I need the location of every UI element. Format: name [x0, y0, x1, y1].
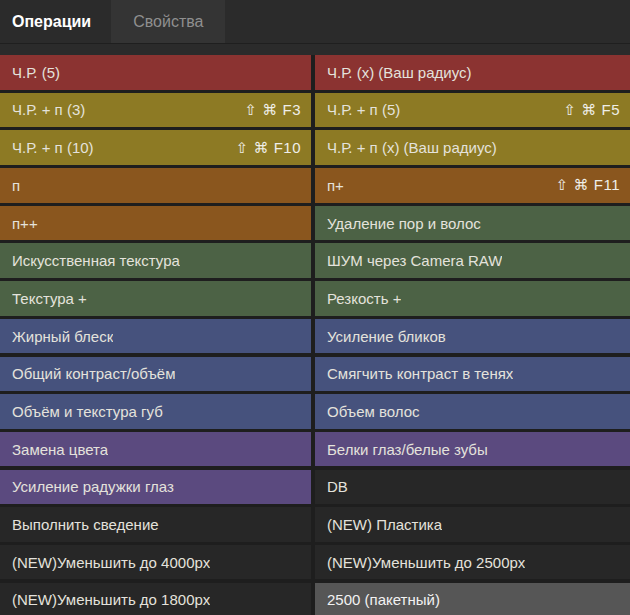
action-button[interactable]: Объем волос: [315, 394, 630, 429]
action-label: п+: [327, 177, 344, 194]
action-label: Текстура +: [12, 290, 87, 307]
tab-properties[interactable]: Свойства: [111, 0, 225, 43]
action-button[interactable]: Усиление бликов: [315, 319, 630, 354]
action-button[interactable]: Искусственная текстура: [0, 243, 311, 278]
action-label: Белки глаз/белые зубы: [327, 441, 488, 458]
action-label: Объём и текстура губ: [12, 403, 163, 420]
shortcut-label: ⇧ ⌘ F11: [556, 176, 620, 194]
action-button[interactable]: (NEW) Пластика: [315, 507, 630, 542]
action-label: Выполнить сведение: [12, 516, 159, 533]
action-label: Замена цвета: [12, 441, 108, 458]
action-button[interactable]: Ч.Р. + п (3)⇧ ⌘ F3: [0, 93, 311, 128]
action-label: Искусственная текстура: [12, 252, 180, 269]
action-button[interactable]: Текстура +: [0, 281, 311, 316]
action-label: Смягчить контраст в тенях: [327, 365, 513, 382]
action-button[interactable]: Белки глаз/белые зубы: [315, 432, 630, 467]
action-button[interactable]: Резкость +: [315, 281, 630, 316]
action-label: Общий контраст/объём: [12, 365, 175, 382]
action-button[interactable]: Выполнить сведение: [0, 507, 311, 542]
action-label: Удаление пор и волос: [327, 215, 481, 232]
action-label: (NEW)Уменьшить до 1800px: [12, 591, 210, 608]
action-button[interactable]: Замена цвета: [0, 432, 311, 467]
tab-bar-filler: [225, 0, 630, 43]
action-label: Усиление радужки глаз: [12, 478, 174, 495]
panel-tab-bar: Операции Свойства: [0, 0, 630, 44]
action-button[interactable]: Ч.Р. (x) (Ваш радиус): [315, 55, 630, 90]
action-button[interactable]: Ч.Р. + п (x) (Ваш радиус): [315, 130, 630, 165]
action-label: Усиление бликов: [327, 328, 446, 345]
action-label: Ч.Р. + п (x) (Ваш радиус): [327, 139, 497, 156]
tab-operations[interactable]: Операции: [0, 0, 111, 43]
action-button[interactable]: Общий контраст/объём: [0, 357, 311, 392]
action-button[interactable]: Жирный блеск: [0, 319, 311, 354]
action-label: (NEW)Уменьшить до 2500px: [327, 554, 525, 571]
action-button[interactable]: п+⇧ ⌘ F11: [315, 168, 630, 203]
action-label: п: [12, 177, 20, 194]
action-label: п++: [12, 215, 38, 232]
action-button[interactable]: Смягчить контраст в тенях: [315, 357, 630, 392]
action-button[interactable]: (NEW)Уменьшить до 4000px: [0, 545, 311, 580]
action-label: Жирный блеск: [12, 328, 113, 345]
action-label: DB: [327, 478, 348, 495]
action-button[interactable]: п++: [0, 206, 311, 241]
actions-panel: Ч.Р. (5)Ч.Р. (x) (Ваш радиус)Ч.Р. + п (3…: [0, 55, 630, 615]
action-label: ШУМ через Camera RAW: [327, 252, 502, 269]
shortcut-label: ⇧ ⌘ F3: [245, 101, 301, 119]
action-label: (NEW) Пластика: [327, 516, 442, 533]
action-button[interactable]: Усиление радужки глаз: [0, 470, 311, 505]
action-label: 2500 (пакетный): [327, 591, 440, 608]
action-button[interactable]: Объём и текстура губ: [0, 394, 311, 429]
action-button[interactable]: п: [0, 168, 311, 203]
action-button[interactable]: Ч.Р. + п (10)⇧ ⌘ F10: [0, 130, 311, 165]
action-button[interactable]: (NEW)Уменьшить до 1800px: [0, 583, 311, 615]
action-label: Ч.Р. + п (10): [12, 139, 94, 156]
action-button[interactable]: (NEW)Уменьшить до 2500px: [315, 545, 630, 580]
action-label: Ч.Р. + п (5): [327, 101, 400, 118]
actions-grid: Ч.Р. (5)Ч.Р. (x) (Ваш радиус)Ч.Р. + п (3…: [0, 55, 630, 615]
shortcut-label: ⇧ ⌘ F10: [236, 139, 301, 157]
action-button[interactable]: DB: [315, 470, 630, 505]
action-label: Резкость +: [327, 290, 401, 307]
action-button[interactable]: Ч.Р. + п (5)⇧ ⌘ F5: [315, 93, 630, 128]
action-button[interactable]: 2500 (пакетный): [315, 583, 630, 615]
action-label: Ч.Р. + п (3): [12, 101, 85, 118]
action-label: Ч.Р. (x) (Ваш радиус): [327, 64, 472, 81]
action-button[interactable]: Удаление пор и волос: [315, 206, 630, 241]
action-label: (NEW)Уменьшить до 4000px: [12, 554, 210, 571]
action-label: Объем волос: [327, 403, 420, 420]
action-button[interactable]: Ч.Р. (5): [0, 55, 311, 90]
shortcut-label: ⇧ ⌘ F5: [564, 101, 620, 119]
action-button[interactable]: ШУМ через Camera RAW: [315, 243, 630, 278]
action-label: Ч.Р. (5): [12, 64, 60, 81]
